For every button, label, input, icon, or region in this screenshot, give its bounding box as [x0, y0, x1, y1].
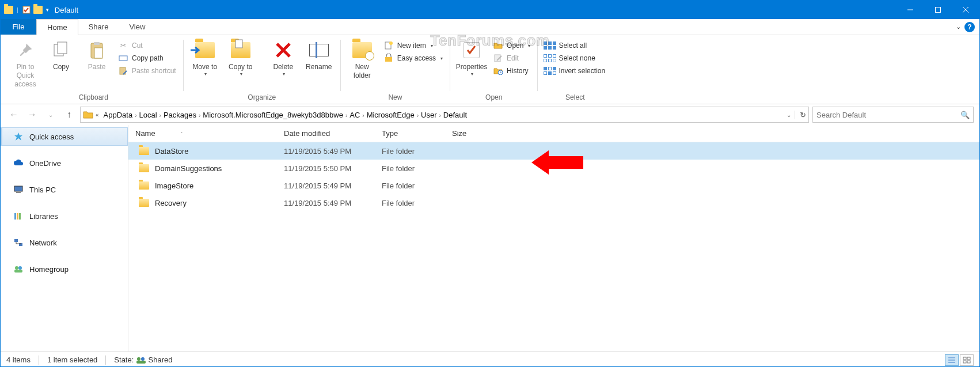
new-folder-icon: [352, 42, 372, 58]
file-list: Name ˄ Date modified Type Size DataStore…: [128, 125, 979, 351]
invert-selection-icon: [545, 66, 555, 75]
svg-rect-38: [963, 361, 966, 363]
breadcrumb-segment[interactable]: User: [419, 111, 439, 119]
ribbon-tabs: File Home Share View ⌄ ?: [1, 19, 979, 35]
column-size[interactable]: Size: [452, 129, 510, 138]
sidebar-item-this-pc[interactable]: This PC: [1, 180, 128, 199]
paste-shortcut-button[interactable]: Paste shortcut: [118, 66, 176, 75]
move-to-button[interactable]: Move to▾: [188, 39, 222, 78]
ribbon-group-label: Clipboard: [79, 92, 108, 104]
qat-properties-icon[interactable]: [22, 5, 31, 14]
copy-path-button[interactable]: Copy path: [118, 54, 176, 63]
nav-forward-button[interactable]: →: [25, 107, 40, 122]
cut-icon: ✂: [118, 41, 128, 50]
column-headers: Name ˄ Date modified Type Size: [128, 125, 979, 142]
sidebar-item-quick-access[interactable]: Quick access: [1, 127, 128, 146]
invert-selection-button[interactable]: Invert selection: [545, 66, 605, 75]
paste-button[interactable]: Paste: [80, 39, 113, 73]
file-row[interactable]: ImageStore11/19/2015 5:49 PMFile folder: [128, 177, 979, 194]
minimize-button[interactable]: [897, 1, 924, 19]
sidebar-item-label: This PC: [29, 186, 56, 194]
pin-quick-access-button[interactable]: Pin to Quick access: [9, 39, 42, 90]
file-type: File folder: [382, 147, 452, 156]
column-name[interactable]: Name ˄: [128, 129, 284, 138]
tab-share[interactable]: Share: [78, 19, 119, 35]
new-folder-button[interactable]: New folder: [345, 39, 379, 81]
qat-dropdown-icon[interactable]: ▾: [46, 7, 49, 13]
svg-rect-24: [19, 213, 21, 220]
edit-button[interactable]: Edit: [493, 54, 530, 63]
properties-button[interactable]: Properties▾: [455, 39, 488, 78]
sidebar-item-onedrive[interactable]: OneDrive: [1, 154, 128, 172]
svg-rect-32: [136, 361, 146, 364]
sidebar-item-homegroup[interactable]: Homegroup: [1, 260, 128, 278]
sidebar-item-libraries[interactable]: Libraries: [1, 207, 128, 225]
chevron-left-icon[interactable]: «: [96, 112, 99, 118]
breadcrumb-segment[interactable]: AC: [347, 111, 362, 119]
breadcrumb-segment[interactable]: AppData: [101, 111, 135, 119]
history-button[interactable]: History: [493, 66, 530, 75]
svg-rect-36: [963, 357, 966, 360]
file-name: ImageStore: [155, 181, 193, 190]
help-button[interactable]: ?: [964, 22, 975, 32]
refresh-button[interactable]: ↻: [795, 111, 806, 119]
breadcrumb-segment[interactable]: Local: [137, 111, 159, 119]
select-none-button[interactable]: Select none: [545, 54, 605, 63]
file-name: DataStore: [155, 147, 189, 156]
select-all-button[interactable]: Select all: [545, 41, 605, 50]
easy-access-button[interactable]: Easy access▾: [383, 54, 443, 63]
qat-newfolder-icon[interactable]: [33, 6, 43, 14]
new-item-button[interactable]: New item▾: [383, 41, 443, 50]
copy-path-icon: [118, 54, 128, 63]
svg-rect-10: [119, 56, 127, 60]
nav-recent-button[interactable]: ⌄: [43, 107, 58, 122]
folder-icon: [139, 199, 149, 207]
search-icon: 🔍: [960, 111, 970, 119]
delete-button[interactable]: Delete▾: [267, 39, 300, 78]
file-tab[interactable]: File: [1, 19, 36, 35]
column-date[interactable]: Date modified: [284, 129, 382, 138]
ribbon-collapse-icon[interactable]: ⌄: [956, 23, 961, 31]
nav-back-button[interactable]: ←: [6, 107, 21, 122]
breadcrumb-segment[interactable]: Default: [441, 111, 469, 119]
cut-button[interactable]: ✂Cut: [118, 41, 176, 50]
location-folder-icon: [83, 110, 93, 119]
address-bar[interactable]: « AppData›Local›Packages›Microsoft.Micro…: [80, 107, 809, 123]
nav-up-button[interactable]: ↑: [62, 107, 77, 122]
search-input[interactable]: Search Default 🔍: [812, 107, 974, 123]
file-row[interactable]: Recovery11/19/2015 5:49 PMFile folder: [128, 194, 979, 211]
svg-rect-22: [14, 213, 16, 220]
file-name: Recovery: [155, 199, 187, 207]
ribbon-group-label: Select: [565, 92, 584, 104]
close-button[interactable]: [952, 1, 979, 19]
sidebar-item-network[interactable]: Network: [1, 233, 128, 252]
window-title: Default: [55, 6, 78, 14]
history-icon: [493, 66, 503, 75]
address-dropdown-icon[interactable]: ⌄: [787, 112, 791, 118]
copy-to-button[interactable]: Copy to▾: [224, 39, 257, 78]
qat-separator: |: [17, 6, 18, 13]
paste-shortcut-icon: [118, 66, 128, 75]
ribbon-group-label: Organize: [248, 92, 276, 104]
copy-icon: [52, 41, 70, 59]
breadcrumb-segment[interactable]: MicrosoftEdge: [364, 111, 417, 119]
details-view-button[interactable]: [945, 354, 959, 366]
maximize-button[interactable]: [924, 1, 952, 19]
breadcrumb-segment[interactable]: Microsoft.MicrosoftEdge_8wekyb3d8bbwe: [200, 111, 345, 119]
column-type[interactable]: Type: [382, 129, 452, 138]
open-button[interactable]: Open▾: [493, 41, 530, 50]
select-none-icon: [545, 54, 555, 63]
breadcrumb-segment[interactable]: Packages: [161, 111, 199, 119]
svg-rect-8: [94, 42, 100, 45]
status-state: State: Shared: [114, 355, 172, 364]
svg-rect-23: [17, 213, 18, 220]
rename-button[interactable]: Rename: [302, 39, 336, 73]
shared-icon: [136, 356, 146, 364]
copy-button[interactable]: Copy: [44, 39, 78, 73]
move-to-icon: [195, 42, 215, 58]
chevron-right-icon[interactable]: ›: [135, 112, 136, 119]
tab-view[interactable]: View: [119, 19, 155, 35]
thumbnails-view-button[interactable]: [960, 354, 974, 366]
tab-home[interactable]: Home: [36, 19, 78, 35]
svg-rect-9: [94, 48, 102, 58]
